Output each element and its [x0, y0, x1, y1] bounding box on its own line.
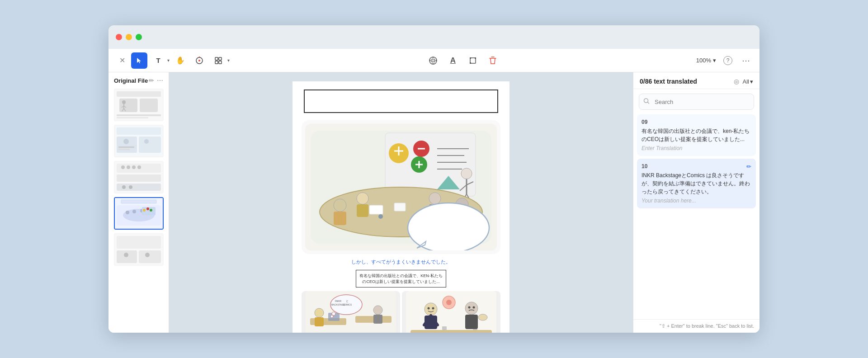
svg-point-1 — [198, 60, 200, 61]
svg-point-115 — [432, 307, 434, 310]
svg-point-53 — [150, 209, 152, 212]
svg-point-18 — [122, 100, 126, 104]
canvas-page: しかし、すべてがうまくいきませんでした。 有名な韓国の出版社との会議で、KEN-… — [292, 81, 509, 333]
sidebar-right: 0/86 text translated ◎ All ▾ — [633, 72, 760, 333]
svg-rect-125 — [465, 315, 478, 329]
page-thumb-1[interactable] — [114, 89, 164, 121]
bottom-left-panel: INKR BACKSTAGE と COMICS — [302, 291, 400, 333]
svg-point-36 — [127, 165, 130, 169]
svg-rect-13 — [117, 91, 161, 97]
page-thumb-3[interactable] — [114, 161, 164, 193]
svg-point-123 — [468, 306, 471, 309]
comment-tool-button[interactable] — [191, 52, 208, 69]
toolbar-left: ✕ T ▾ ✋ — [116, 52, 230, 69]
svg-point-107 — [330, 315, 333, 318]
close-traffic-light[interactable] — [116, 34, 122, 40]
page-thumb-2[interactable] — [114, 125, 164, 157]
close-button[interactable]: ✕ — [116, 54, 128, 67]
svg-rect-92 — [394, 203, 406, 211]
font-icon[interactable]: A — [447, 54, 459, 67]
svg-rect-30 — [118, 146, 134, 148]
main-content: Original File ✏ ⋯ — [108, 72, 760, 333]
svg-point-122 — [465, 302, 478, 315]
traffic-lights — [116, 34, 142, 40]
right-panel-footer: "⇧ + Enter" to break line. "Esc" back to… — [633, 319, 760, 333]
edit-translation-icon[interactable]: ✏ — [746, 163, 751, 170]
svg-rect-17 — [117, 117, 148, 118]
svg-rect-86 — [357, 204, 368, 217]
svg-rect-31 — [118, 149, 130, 150]
sidebar-header: Original File ✏ ⋯ — [108, 72, 169, 87]
page-thumb-4[interactable] — [114, 197, 164, 230]
svg-rect-5 — [215, 61, 218, 64]
svg-rect-101 — [315, 317, 324, 326]
hand-tool-button[interactable]: ✋ — [172, 52, 189, 69]
svg-point-29 — [144, 139, 149, 144]
svg-point-93 — [378, 214, 383, 219]
minimize-traffic-light[interactable] — [126, 34, 132, 40]
svg-rect-4 — [219, 57, 222, 60]
translation-list: 09 有名な韓国の出版社との会議で、ken-私たちのCEOは新しい提案を提案して… — [633, 114, 760, 319]
svg-rect-43 — [121, 200, 156, 203]
svg-rect-84 — [334, 212, 346, 225]
canvas-area[interactable]: しかし、すべてがうまくいきませんでした。 有名な韓国の出版社との会議で、KEN-… — [169, 72, 633, 333]
caption-text: しかし、すべてがうまくいきませんでした。 — [351, 259, 451, 265]
svg-point-46 — [126, 211, 129, 214]
maximize-traffic-light[interactable] — [136, 34, 142, 40]
svg-rect-3 — [215, 57, 218, 60]
more-icon[interactable]: ⋯ — [157, 77, 163, 84]
zoom-control[interactable]: 100% ▾ — [696, 57, 716, 64]
svg-point-35 — [121, 165, 125, 169]
svg-point-58 — [124, 253, 128, 257]
svg-point-37 — [132, 165, 136, 169]
svg-rect-25 — [117, 127, 161, 135]
text-tool-group: T ▾ — [150, 52, 170, 69]
svg-rect-27 — [139, 137, 161, 153]
more-options-button[interactable]: ⋯ — [740, 54, 752, 67]
meeting-scene — [305, 124, 497, 250]
svg-line-130 — [648, 102, 649, 104]
transform-icon[interactable] — [467, 54, 479, 67]
search-icon — [643, 98, 650, 106]
svg-rect-34 — [117, 174, 161, 182]
translation-item-10[interactable]: 10 ✏ INKR BackstageとComics は良さそうですが、契約を結… — [637, 159, 756, 208]
filter-all-button[interactable]: All ▾ — [743, 78, 753, 85]
text-tool-button[interactable]: T — [150, 52, 166, 69]
grid-tool-arrow: ▾ — [227, 58, 230, 63]
svg-rect-15 — [140, 99, 158, 112]
svg-point-100 — [315, 308, 324, 317]
filter-icon[interactable]: ◎ — [734, 78, 739, 85]
page-thumb-5[interactable] — [114, 233, 164, 266]
trans-enter-translation-9[interactable]: Enter Translation — [642, 145, 751, 151]
sidebar-left: Original File ✏ ⋯ — [108, 72, 169, 333]
grid-tool-button[interactable] — [210, 52, 226, 69]
empty-text-box[interactable] — [304, 90, 498, 113]
svg-point-103 — [373, 306, 382, 315]
svg-point-128 — [446, 300, 452, 305]
app-window: ✕ T ▾ ✋ — [108, 25, 760, 333]
svg-point-83 — [334, 199, 346, 212]
search-box — [639, 94, 754, 110]
svg-rect-120 — [442, 326, 447, 330]
svg-rect-104 — [373, 315, 382, 324]
svg-point-59 — [145, 253, 150, 257]
trans-placeholder-10[interactable]: Your translation here... — [642, 198, 751, 204]
svg-point-41 — [129, 185, 132, 189]
svg-text:と: と — [346, 300, 349, 302]
svg-point-113 — [425, 303, 437, 316]
svg-rect-9 — [470, 57, 471, 59]
right-panel-header: 0/86 text translated ◎ All ▾ — [633, 72, 760, 89]
translation-count: 0/86 text translated — [640, 78, 697, 85]
delete-icon[interactable] — [486, 54, 499, 67]
globe-icon[interactable] — [427, 54, 439, 67]
edit-icon[interactable]: ✏ — [149, 77, 154, 84]
toolbar-center: A — [233, 54, 693, 67]
search-input[interactable] — [639, 94, 754, 110]
text-box-jp[interactable]: 有名な韓国の出版社との会議で、KEN-私たちのCEOは新しい提案を提案していまし… — [356, 270, 446, 287]
translation-item-9[interactable]: 09 有名な韓国の出版社との会議で、ken-私たちのCEOは新しい提案を提案して… — [637, 114, 756, 156]
svg-point-47 — [132, 210, 136, 213]
svg-rect-55 — [117, 236, 161, 249]
bottom-right-panel — [402, 291, 500, 333]
help-button[interactable]: ? — [722, 54, 734, 67]
select-tool-button[interactable] — [131, 52, 147, 69]
